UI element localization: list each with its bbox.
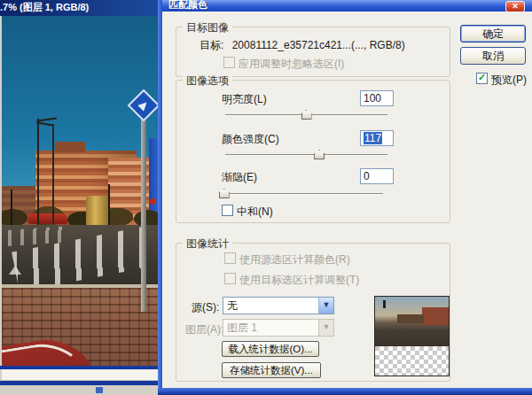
color-intensity-input[interactable]: 117	[360, 130, 394, 146]
photo-canvas[interactable]	[2, 16, 158, 366]
traffic-light-pole	[11, 190, 12, 227]
ok-button[interactable]: 确定	[460, 25, 526, 43]
use-target-selection-label: 使用目标选区计算调整(T)	[239, 273, 359, 288]
image-statistics-group-title: 图像统计	[183, 236, 232, 252]
preview-label: 预览(P)	[491, 73, 527, 88]
image-options-group: 图像选项 明亮度(L) 100 颜色强度(C) 117 渐隐(E) 0	[176, 80, 450, 223]
match-color-dialog: 匹配颜色 ✕ 目标图像 目标: 20081112_e35721c421...(.…	[158, 0, 532, 395]
background-image-strip	[0, 385, 165, 395]
source-dropdown[interactable]: 无 ▼	[223, 297, 334, 314]
color-intensity-slider-thumb[interactable]	[314, 150, 325, 159]
target-filename: 20081112_e35721c421...(..., RGB/8)	[232, 39, 405, 51]
preview-checkbox[interactable]: ✓	[476, 73, 488, 84]
layer-value: 图层 1	[227, 321, 257, 334]
document-titlebar[interactable]: .7% (图层 1, RGB/8)	[0, 0, 165, 16]
fade-input[interactable]: 0	[360, 168, 394, 184]
fade-slider-thumb[interactable]	[219, 189, 230, 198]
dialog-frame-bottom	[158, 388, 532, 395]
luminance-slider[interactable]	[225, 114, 387, 116]
chevron-down-icon[interactable]: ▼	[318, 298, 333, 314]
source-label: 源(S):	[192, 300, 219, 315]
image-options-group-title: 图像选项	[183, 74, 232, 89]
use-source-selection-label: 使用源选区计算颜色(R)	[239, 252, 350, 267]
thumbnail-traffic-light	[383, 300, 386, 308]
red-lamp	[150, 198, 156, 205]
red-car	[28, 213, 67, 224]
fade-label: 渐隐(E)	[222, 170, 257, 185]
traffic-light-pole	[108, 184, 110, 227]
thumbnail-building	[422, 307, 449, 325]
building-roof	[55, 142, 85, 152]
luminance-input[interactable]: 100	[360, 90, 394, 106]
neutralize-label: 中和(N)	[237, 205, 273, 220]
color-intensity-label: 颜色强度(C)	[222, 132, 279, 147]
dialog-title: 匹配颜色	[168, 0, 207, 12]
cancel-button[interactable]: 取消	[460, 47, 526, 65]
thumbnail-building	[397, 314, 424, 323]
source-thumbnail	[374, 296, 450, 376]
save-statistics-button[interactable]: 存储统计数据(V)...	[222, 362, 321, 378]
dialog-titlebar[interactable]: 匹配颜色	[162, 0, 532, 12]
layer-dropdown[interactable]: 图层 1 ▼	[223, 319, 334, 337]
load-statistics-button[interactable]: 载入统计数据(O)...	[222, 341, 319, 357]
target-label: 目标: 20081112_e35721c421...(..., RGB/8)	[200, 38, 405, 53]
color-intensity-slider[interactable]	[225, 154, 387, 156]
lamp-arm	[37, 117, 57, 121]
pedestrian-crossing-sign	[128, 89, 158, 122]
sign-pole	[141, 115, 146, 312]
document-window: .7% (图层 1, RGB/8)	[0, 0, 165, 395]
sign-pictogram	[137, 99, 150, 112]
document-title: .7% (图层 1, RGB/8)	[0, 2, 89, 12]
use-target-selection-checkbox[interactable]	[224, 273, 236, 284]
luminance-slider-thumb[interactable]	[301, 110, 312, 120]
transparency-checkerboard	[375, 346, 449, 376]
dialog-body: 目标图像 目标: 20081112_e35721c421...(..., RGB…	[162, 12, 532, 388]
neutralize-checkbox[interactable]	[222, 205, 233, 216]
horizontal-scrollbar[interactable]	[2, 369, 165, 381]
luminance-label: 明亮度(L)	[222, 92, 267, 107]
source-value: 无	[227, 299, 238, 312]
fade-slider[interactable]	[221, 193, 383, 195]
thumbnail-photo	[375, 297, 449, 346]
chevron-down-icon: ▼	[318, 320, 333, 336]
target-image-group-title: 目标图像	[183, 20, 232, 35]
check-icon: ✓	[478, 72, 486, 83]
target-image-group: 目标图像 目标: 20081112_e35721c421...(..., RGB…	[176, 27, 450, 77]
use-source-selection-checkbox[interactable]	[224, 252, 236, 264]
advertising-kiosk	[86, 196, 109, 225]
lamp-pole	[37, 119, 39, 225]
ignore-selection-label: 应用调整时忽略选区(I)	[239, 57, 344, 72]
lamp-pole	[52, 124, 54, 223]
ignore-selection-checkbox[interactable]	[223, 57, 235, 68]
road-arrow-marking	[9, 266, 21, 275]
layer-label: 图层(A):	[185, 322, 223, 337]
